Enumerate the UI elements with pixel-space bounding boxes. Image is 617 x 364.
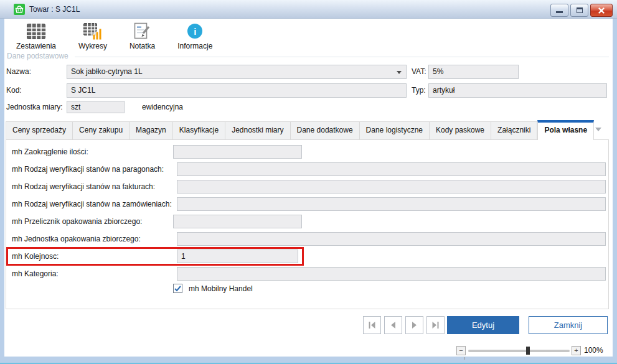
weryfikacja-zamowienia-field[interactable]	[177, 197, 606, 211]
zoom-slider-thumb[interactable]	[526, 347, 530, 355]
weryfikacja-paragony-field[interactable]	[177, 162, 606, 176]
nazwa-combobox[interactable]: Sok jabłko-cytryna 1L	[67, 65, 407, 79]
jednostka-miary-label: Jednostka miary:	[6, 101, 63, 113]
chevron-down-icon	[397, 71, 402, 74]
kategoria-field[interactable]	[177, 267, 606, 281]
nazwa-value: Sok jabłko-cytryna 1L	[71, 67, 143, 76]
field-label: mh Rodzaj weryfikacji stanów na fakturac…	[12, 180, 155, 194]
info-icon: i	[187, 21, 202, 41]
field-label: mh Kolejnosc:	[12, 250, 59, 263]
tab-magazyn[interactable]: Magazyn	[130, 121, 173, 139]
pola-wlasne-panel: mh Zaokrąglenie ilości: mh Rodzaj weryfi…	[6, 139, 609, 309]
product-basket-icon	[14, 4, 25, 15]
field-label: mh Rodzaj weryfikacji stanów na zamówien…	[12, 197, 172, 211]
tab-ceny-zakupu[interactable]: Ceny zakupu	[73, 121, 130, 139]
vat-value: 5%	[433, 67, 443, 76]
field-label: mh Zaokrąglenie ilości:	[12, 145, 88, 159]
toolbar-label: Notatka	[130, 42, 155, 50]
zoom-level: 100%	[584, 346, 603, 355]
tab-ceny-sprzedazy[interactable]: Ceny sprzedaży	[6, 121, 73, 139]
next-record-icon	[410, 321, 418, 329]
nav-last-button[interactable]	[426, 316, 445, 334]
maximize-icon	[577, 7, 583, 13]
tab-kody-paskowe[interactable]: Kody paskowe	[430, 121, 491, 139]
tab-zalaczniki[interactable]: Załączniki	[491, 121, 537, 139]
close-button[interactable]	[590, 4, 613, 17]
minimize-button[interactable]	[550, 4, 568, 17]
group-title: Dane podstawowe	[7, 52, 68, 60]
typ-label: Typ:	[412, 83, 426, 98]
window-title: Towar : S JC1L	[29, 5, 80, 14]
minimize-icon	[556, 11, 563, 13]
weryfikacja-faktury-field[interactable]	[177, 180, 606, 194]
zaokraglenie-ilosci-field[interactable]	[173, 145, 302, 159]
mobilny-handel-checkbox[interactable]	[173, 284, 182, 293]
last-record-icon	[431, 321, 440, 329]
tab-jednostki-miary[interactable]: Jednostki miary	[225, 121, 290, 139]
chart-icon	[83, 21, 102, 41]
tab-dane-dodatkowe[interactable]: Dane dodatkowe	[291, 121, 360, 139]
typ-value: artykuł	[433, 86, 455, 95]
field-label: mh Rodzaj weryfikacji stanów na paragona…	[12, 162, 164, 176]
title-bar: Towar : S JC1L	[0, 0, 617, 19]
kod-field[interactable]: S JC1L	[67, 83, 407, 98]
field-label: mh Przelicznik opakowania zbiorczego:	[12, 215, 142, 228]
zoom-out-button[interactable]: −	[456, 346, 466, 355]
toolbar-button-wykresy[interactable]: Wykresy	[75, 19, 111, 50]
zoom-slider-track[interactable]	[468, 350, 570, 352]
jednostka-miary-field[interactable]: szt	[67, 101, 125, 113]
table-icon	[27, 21, 45, 41]
tab-klasyfikacje[interactable]: Klasyfikacje	[173, 121, 225, 139]
maximize-button[interactable]	[570, 4, 588, 17]
mobilny-handel-row: mh Mobilny Handel	[173, 284, 253, 293]
nav-first-button[interactable]	[363, 316, 381, 334]
nav-next-button[interactable]	[405, 316, 423, 334]
przelicznik-opakowania-field[interactable]	[173, 215, 302, 228]
close-icon	[598, 7, 605, 14]
checkmark-icon	[174, 286, 181, 292]
toolbar-label: Wykresy	[78, 42, 107, 50]
typ-field[interactable]: artykuł	[428, 83, 607, 98]
kod-label: Kod:	[6, 83, 22, 98]
toolbar-button-zestawienia[interactable]: Zestawienia	[12, 19, 60, 50]
jednostka-miary-value: szt	[71, 103, 80, 111]
window-content: Zestawienia Wykresy	[4, 19, 613, 357]
group-divider	[75, 57, 609, 57]
field-label: mh Jednostka opakowania zbiorczego:	[12, 232, 141, 246]
vat-label: VAT:	[412, 65, 426, 79]
tab-overflow-chevron-icon[interactable]	[595, 128, 601, 131]
mobilny-handel-label: mh Mobilny Handel	[189, 284, 253, 293]
toolbar-label: Zestawienia	[16, 42, 56, 50]
field-label: mh Kategoria:	[12, 267, 59, 281]
toolbar-label: Informacje	[177, 42, 212, 50]
tab-pola-wlasne[interactable]: Pola własne	[537, 120, 594, 140]
close-form-button[interactable]: Zamknij	[529, 316, 608, 334]
vat-field[interactable]: 5%	[428, 65, 519, 79]
zoom-in-button[interactable]: +	[572, 346, 581, 355]
previous-record-icon	[389, 321, 397, 329]
nav-previous-button[interactable]	[384, 316, 402, 334]
note-pencil-icon	[134, 21, 151, 41]
kod-value: S JC1L	[71, 86, 95, 95]
toolbar: Zestawienia Wykresy	[4, 19, 613, 52]
ewidencyjna-label: ewidencyjna	[142, 101, 183, 113]
edit-button[interactable]: Edytuj	[447, 316, 519, 334]
zoom-slider-tick	[464, 357, 465, 360]
tab-dane-logistyczne[interactable]: Dane logistyczne	[360, 121, 430, 139]
toolbar-button-notatka[interactable]: Notatka	[126, 19, 159, 50]
tab-bar: Ceny sprzedaży Ceny zakupu Magazyn Klasy…	[6, 119, 609, 139]
window: Towar : S JC1L	[0, 0, 617, 364]
jednostka-opakowania-field[interactable]	[177, 232, 606, 246]
nazwa-label: Nazwa:	[6, 65, 31, 79]
first-record-icon	[368, 321, 376, 329]
toolbar-button-informacje[interactable]: i Informacje	[174, 19, 216, 50]
